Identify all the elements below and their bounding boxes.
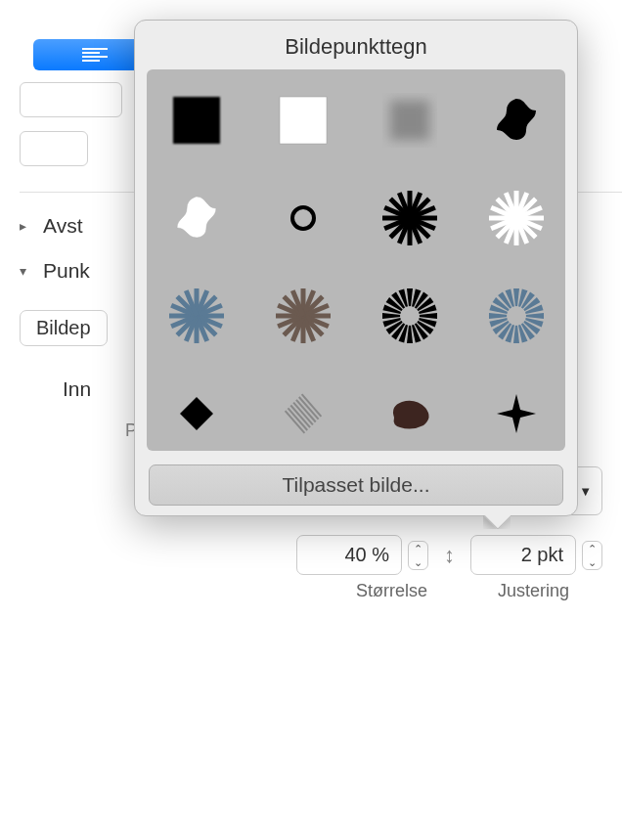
bullet-white-starburst[interactable]	[483, 185, 550, 251]
bullet-white-quatrefoil[interactable]	[163, 185, 230, 251]
bullet-black-square[interactable]	[163, 87, 230, 154]
stepper-up-icon[interactable]: ⌃	[409, 542, 427, 555]
bullet-brown-starburst[interactable]	[270, 283, 336, 349]
style-button-1[interactable]	[20, 82, 122, 117]
stepper-down-icon[interactable]: ⌄	[409, 555, 427, 569]
svg-point-13	[507, 306, 526, 326]
justering-stepper-arrows[interactable]: ⌃ ⌄	[582, 541, 602, 570]
svg-rect-6	[390, 101, 429, 140]
stepper-up-icon[interactable]: ⌃	[583, 542, 601, 555]
style-button-2[interactable]	[20, 131, 88, 166]
bullet-sketch-diamond[interactable]	[270, 380, 336, 447]
custom-image-button[interactable]: Tilpasset bilde...	[149, 464, 563, 506]
size-stepper-arrows[interactable]: ⌃ ⌄	[408, 541, 428, 570]
size-stepper[interactable]: 40 % ⌃ ⌄	[296, 535, 428, 575]
popover-arrow	[483, 515, 511, 529]
bullet-black-diamond[interactable]	[163, 380, 230, 447]
bullet-black-quatrefoil[interactable]	[483, 87, 550, 154]
bullet-image-popover: Bildepunkttegn	[134, 20, 578, 516]
bullet-ring[interactable]	[270, 185, 336, 251]
stepper-down-icon[interactable]: ⌄	[583, 555, 601, 569]
popover-title: Bildepunkttegn	[135, 21, 577, 69]
bullet-blue-pinwheel[interactable]	[483, 283, 550, 349]
justering-stepper[interactable]: 2 pkt ⌃ ⌄	[470, 535, 602, 575]
bullet-grid	[147, 69, 565, 451]
bullet-gray-square[interactable]	[377, 87, 443, 154]
size-field[interactable]: 40 %	[296, 535, 402, 575]
bullet-black-sparkle[interactable]	[483, 380, 550, 447]
bullet-blue-starburst[interactable]	[163, 283, 230, 349]
bullet-brown-blob[interactable]	[377, 380, 443, 447]
avstand-label: Avst	[43, 214, 82, 238]
bullet-black-starburst[interactable]	[377, 185, 443, 251]
justering-field[interactable]: 2 pkt	[470, 535, 576, 575]
svg-rect-5	[280, 97, 327, 144]
bullet-black-pinwheel[interactable]	[377, 283, 443, 349]
chevron-down-icon: ▼	[579, 484, 592, 499]
svg-rect-4	[173, 97, 220, 144]
svg-point-7	[292, 207, 314, 229]
align-left-icon	[80, 47, 110, 63]
justering-label: Justering	[498, 581, 569, 601]
svg-point-12	[400, 306, 420, 326]
link-icon: ↕	[444, 543, 455, 568]
chevron-right-icon: ▸	[20, 218, 33, 234]
bullet-white-square[interactable]	[270, 87, 336, 154]
svg-rect-14	[180, 397, 213, 430]
punkt-label: Punk	[43, 259, 90, 283]
chevron-down-icon: ▾	[20, 263, 33, 279]
size-label: Størrelse	[356, 581, 427, 601]
bildepunkt-dropdown[interactable]: Bildep	[20, 310, 108, 346]
